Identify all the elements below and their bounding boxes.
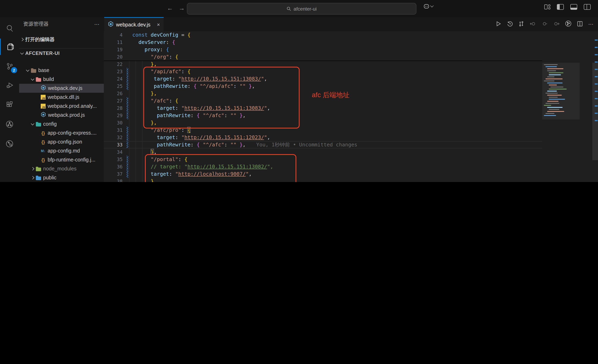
explorer-sidebar: 资源管理器 ⋯ 打开的编辑器 AFCENTER-UI basebuildwebp…: [19, 17, 104, 182]
tree-item-app-config-md[interactable]: M↓app-config.md: [19, 146, 104, 155]
file-tree: basebuildwebpack.dev.jsJSwebpack.dll.jsJ…: [19, 66, 104, 182]
tree-item-label: app-config.md: [48, 148, 80, 154]
gutter-modified-indicator: [127, 156, 128, 163]
source-control-icon[interactable]: 2: [0, 58, 19, 74]
nav-back-icon[interactable]: ←: [167, 4, 173, 11]
tree-item-label: app-config.json: [48, 139, 82, 145]
gutter-modified-indicator: [127, 127, 128, 134]
annotation-box-micro-frontend: [145, 154, 296, 182]
sticky-line-19[interactable]: 19 proxy: {: [104, 46, 542, 53]
tree-item-label: config: [43, 121, 57, 127]
sticky-line-4[interactable]: 4const devConfig = {: [104, 31, 542, 39]
annotation-text-afc-backend: afc 后端地址: [312, 91, 349, 100]
gutter-modified-indicator: [127, 61, 128, 68]
line-number: 35: [104, 156, 127, 163]
toggle-panel-icon[interactable]: [570, 4, 577, 10]
tree-item-webpack-dll-js[interactable]: JSwebpack.dll.js: [19, 93, 104, 102]
gutter-modified-indicator: [127, 46, 128, 53]
tree-item-webpack-prod-analy-[interactable]: JSwebpack.prod.analy...: [19, 102, 104, 111]
editor-more-icon[interactable]: ⋯: [588, 21, 594, 27]
chevron-right-icon: [31, 167, 34, 171]
code-line-33[interactable]: 33 pathRewrite: { "^/afc": "" },You, 1秒钟…: [104, 141, 542, 148]
js-file-icon: JS: [41, 95, 46, 100]
command-center-search[interactable]: afcenter-ui: [187, 3, 416, 15]
activity-bar: 2: [0, 17, 19, 182]
search-value: afcenter-ui: [293, 6, 316, 12]
gutter-modified-indicator: [127, 105, 128, 112]
tree-item-node-modules[interactable]: node_modules: [19, 164, 104, 173]
split-editor-icon[interactable]: [577, 21, 583, 28]
tree-item-build[interactable]: build: [19, 75, 104, 84]
search-view-icon[interactable]: [0, 20, 19, 37]
code-text: const devConfig = {: [129, 31, 191, 39]
chevron-right-icon: [31, 176, 34, 179]
line-number: 31: [104, 127, 127, 134]
copilot-menu[interactable]: [423, 4, 433, 9]
project-root[interactable]: AFCENTER-UI: [19, 49, 104, 58]
toggle-primary-sidebar-icon[interactable]: [557, 4, 564, 10]
vscode-window: ← → afcenter-ui 2: [0, 0, 598, 182]
next-change-icon[interactable]: [553, 21, 560, 28]
vertical-scrollbar[interactable]: [592, 63, 598, 160]
line-number: 34: [104, 148, 127, 156]
tree-item-webpack-dev-js[interactable]: webpack.dev.js: [19, 84, 104, 93]
gutter-modified-indicator: [127, 134, 128, 141]
sticky-line-11[interactable]: 11 devServer: {: [104, 39, 542, 46]
code-text: proxy: {: [129, 46, 169, 53]
tree-item-config[interactable]: config: [19, 120, 104, 129]
chevron-down-icon: [31, 122, 34, 125]
tab-close-icon[interactable]: ×: [157, 22, 160, 28]
gutter-modified-indicator: [127, 119, 128, 127]
compare-changes-icon[interactable]: [518, 21, 524, 28]
scm-badge: 2: [11, 67, 17, 73]
gutter-modified-indicator: [127, 112, 128, 119]
test-explorer-icon[interactable]: [0, 116, 19, 132]
gutter-modified-indicator: [127, 82, 128, 90]
toggle-secondary-sidebar-icon[interactable]: [584, 4, 591, 10]
code-line-32[interactable]: 32 target: "http://10.15.15.151:12023/",: [104, 134, 542, 141]
folder-icon: [36, 78, 41, 82]
gutter-modified-indicator: [127, 148, 128, 156]
json-file-icon: {}: [41, 157, 46, 162]
explorer-view-icon[interactable]: [0, 39, 20, 55]
tree-item-webpack-prod-js[interactable]: webpack.prod.js: [19, 111, 104, 120]
gutter-modified-indicator: [127, 39, 128, 46]
title-bar: ← → afcenter-ui: [0, 0, 598, 17]
previous-change-icon[interactable]: [530, 21, 536, 28]
change-marker-icon[interactable]: [541, 21, 548, 28]
markdown-file-icon: M↓: [41, 149, 46, 153]
tree-item-bfp-runtime-config-j-[interactable]: {}bfp-runtime-config.j...: [19, 155, 104, 164]
open-editors-section[interactable]: 打开的编辑器: [19, 31, 104, 49]
tree-item-public[interactable]: public: [19, 173, 104, 182]
extension-view-icon[interactable]: [0, 135, 19, 152]
nav-forward-icon[interactable]: →: [179, 4, 185, 11]
tree-item-app-config-express-[interactable]: {}app-config-express....: [19, 129, 104, 138]
gutter-modified-indicator: [127, 142, 128, 148]
line-number: 38: [104, 178, 127, 182]
customize-layout-icon[interactable]: [544, 4, 550, 9]
tab-webpack-dev-js[interactable]: webpack.dev.js ×: [104, 17, 164, 31]
search-icon: [287, 7, 291, 11]
run-file-icon[interactable]: [495, 21, 501, 28]
run-debug-icon[interactable]: [0, 77, 19, 94]
tree-item-label: base: [38, 67, 49, 73]
open-changes-icon[interactable]: [565, 20, 572, 28]
timeline-history-icon[interactable]: [507, 21, 513, 28]
gutter-modified-indicator: [127, 97, 128, 105]
webpack-icon: [41, 85, 46, 91]
sticky-line-20[interactable]: 20 "/org": {: [104, 53, 542, 61]
gutter-modified-indicator: [127, 90, 128, 97]
gutter-modified-indicator: [127, 75, 128, 82]
line-number: 4: [104, 31, 127, 39]
webpack-icon: [41, 112, 46, 118]
line-number: 25: [104, 82, 127, 90]
chevron-down-icon: [26, 68, 30, 72]
extensions-icon[interactable]: [0, 97, 19, 113]
sidebar-more-icon[interactable]: ⋯: [94, 21, 100, 27]
sticky-scroll: 4const devConfig = {11 devServer: {19 pr…: [104, 31, 542, 61]
tree-item-base[interactable]: base: [19, 66, 104, 75]
tree-item-label: public: [43, 175, 56, 181]
line-number: 20: [104, 53, 127, 61]
minimap[interactable]: [544, 63, 578, 182]
tree-item-app-config-json[interactable]: {}app-config.json: [19, 138, 104, 146]
